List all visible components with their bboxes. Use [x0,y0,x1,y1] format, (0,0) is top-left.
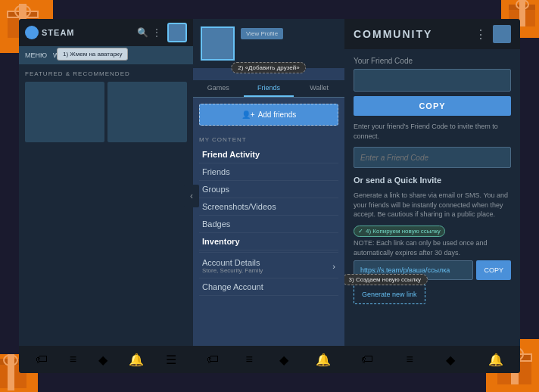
nav-badges[interactable]: Badges [199,216,338,233]
steam-logo-text: STEAM [42,28,75,37]
steam-logo: STEAM [25,26,75,39]
steam-topbar: STEAM 🔍 ⋮ [19,19,193,46]
community-header-right: ⋮ [475,25,511,43]
bell-icon-2[interactable]: 🔔 [316,353,331,367]
svg-rect-11 [8,354,14,390]
community-more-icon[interactable]: ⋮ [475,27,487,42]
annotation-copy-link: ✓ 4) Копируем новую ссылку [354,226,445,237]
community-header: COMMUNITY ⋮ [344,19,520,49]
quick-invite-title: Or send a Quick Invite [354,176,511,185]
main-container: STEAM 🔍 ⋮ 1) Жмем на аватарку МЕНЮ WISHL… [19,19,520,373]
featured-box-1 [25,82,104,142]
check-icon: ✓ [358,227,363,235]
nav-change-account[interactable]: Change Account [199,278,338,296]
annotation-add-friends: 2) «Добавить друзей» [231,62,306,73]
community-user-avatar[interactable] [493,25,511,43]
quick-invite-section: Or send a Quick Invite Generate a link t… [354,176,511,304]
view-profile-button[interactable]: View Profile [241,28,283,39]
invite-description: Enter your friend's Friend Code to invit… [354,122,511,141]
nav-inventory[interactable]: Inventory [199,233,338,250]
tag-icon-3[interactable]: 🏷 [361,353,373,366]
tab-wallet[interactable]: Wallet [294,80,344,97]
enter-friend-code-input[interactable] [354,147,511,168]
note-text-content: NOTE: Each link can only be used once an… [354,238,511,257]
middle-bottombar: 🏷 ≡ ◆ 🔔 [193,346,344,373]
annotation-new-link: 3) Создаем новую ссылку [344,274,428,285]
community-panel: COMMUNITY ⋮ Your Friend Code COPY Enter … [344,19,520,373]
quick-invite-desc: Generate a link to share via email or SM… [354,191,511,219]
featured-label: FEATURED & RECOMMENDED [25,70,187,77]
chevron-right-icon: › [332,262,335,271]
steam-logo-icon [25,26,39,39]
community-title: COMMUNITY [354,28,432,40]
tab-friends[interactable]: Friends [244,80,294,97]
steam-client-panel: STEAM 🔍 ⋮ 1) Жмем на аватарку МЕНЮ WISHL… [19,19,193,373]
hamburger-icon[interactable]: ☰ [166,353,176,367]
tag-icon[interactable]: 🏷 [36,353,48,366]
friend-code-input[interactable] [354,69,511,92]
nav-account-details[interactable]: Account Details Store, Security, Famíly … [199,254,338,278]
account-details-sub: Store, Security, Famíly [202,267,263,274]
annotation-click-avatar: 1) Жмем на аватарку [57,48,128,61]
add-friends-icon: 👤+ [241,110,255,119]
menu-item-menu[interactable]: МЕНЮ [25,51,47,59]
steam-left-content: FEATURED & RECOMMENDED [19,64,193,346]
profile-avatar-image [201,26,235,61]
generate-new-link-button[interactable]: Generate new link [354,285,425,304]
back-arrow-button[interactable]: ‹ [184,185,199,207]
topbar-icons: 🔍 ⋮ [137,23,187,42]
user-avatar[interactable] [167,23,187,42]
featured-box-2 [107,82,187,142]
more-icon[interactable]: ⋮ [152,27,163,38]
svg-rect-7 [519,0,525,26]
copy-friend-code-button[interactable]: COPY [354,96,511,116]
bell-icon-3[interactable]: 🔔 [488,353,503,367]
my-content-label: MY CONTENT [199,132,338,146]
annotation-copy-text: 4) Копируем новую ссылку [366,227,441,235]
search-icon[interactable]: 🔍 [137,27,148,38]
profile-tabs: Games Friends Wallet [193,80,344,98]
note-text: ✓ 4) Копируем новую ссылку NOTE: Each li… [354,226,511,257]
nav-friends[interactable]: Friends [199,163,338,181]
my-content-section: MY CONTENT Friend Activity Friends Group… [193,132,344,296]
add-friends-button[interactable]: 👤+ Add friends [199,104,338,126]
nav-friend-activity[interactable]: Friend Activity [199,146,338,163]
steam-left-bottombar: 🏷 ≡ ◆ 🔔 ☰ [19,346,193,373]
bell-icon[interactable]: 🔔 [129,353,144,367]
copy-link-button[interactable]: COPY [476,260,511,280]
tag-icon-2[interactable]: 🏷 [207,353,219,366]
nav-groups[interactable]: Groups [199,181,338,198]
nav-screenshots-videos[interactable]: Screenshots/Videos [199,198,338,216]
generate-link-row: 3) Создаем новую ссылку Generate new lin… [354,285,511,304]
community-content: Your Friend Code COPY Enter your friend'… [344,49,520,346]
list-icon-2[interactable]: ≡ [245,353,252,366]
profile-popup-panel: ‹ View Profile 2) «Добавить друзей» Game… [193,19,344,373]
profile-header: View Profile [193,19,344,68]
friend-code-label: Your Friend Code [354,57,511,65]
diamond-icon-2[interactable]: ◆ [279,353,288,367]
community-bottombar: 🏷 ≡ ◆ 🔔 [344,346,520,373]
list-icon[interactable]: ≡ [70,353,76,366]
tab-games[interactable]: Games [193,80,244,97]
featured-boxes [25,82,187,142]
diamond-icon-3[interactable]: ◆ [446,353,455,367]
account-details-label: Account Details [202,258,263,267]
diamond-icon[interactable]: ◆ [98,353,107,367]
divider [199,252,338,253]
list-icon-3[interactable]: ≡ [406,353,413,366]
add-friends-label: Add friends [258,110,297,119]
